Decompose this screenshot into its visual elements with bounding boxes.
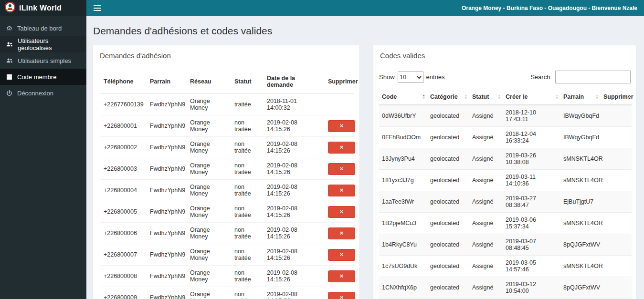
date-cell: 2019-02-08 14:15:26 <box>263 201 324 223</box>
sidebar-item-tableau-de-bord[interactable]: Tableau de bord <box>0 20 86 36</box>
sidebar-item-label: Déconnexion <box>17 90 53 97</box>
sidebar-item-label: Utilisateurs géolocalisés <box>18 37 80 52</box>
supprimer-cell: × <box>324 158 354 180</box>
creer-le-cell: 2019-03-12 10:54:00 <box>503 277 560 299</box>
x-icon: × <box>340 229 344 237</box>
code-row: 1B2pjeMCu3 geolocated Assigné 2019-03-06… <box>379 213 632 234</box>
search-control: Search: <box>530 71 631 83</box>
adhesions-col-reseau: Réseau <box>186 70 231 94</box>
categorie-cell: geolocated <box>427 213 469 234</box>
creer-le-cell: 2019-03-27 08:38:47 <box>503 191 560 213</box>
reseau-cell: Orange Money <box>186 244 231 266</box>
delete-adhesion-button[interactable]: × <box>328 163 355 175</box>
sort-icon <box>498 94 501 100</box>
sort-icon <box>465 94 467 100</box>
code-row: 0dW36UfbrY geolocated Assigné 2018-12-10… <box>379 105 632 127</box>
search-input[interactable] <box>555 71 631 83</box>
telephone-cell: +22677600139 <box>100 94 146 115</box>
adhesions-table-body: +22677600139 FwdhzYphN9 Orange Money tra… <box>100 94 354 299</box>
adhesion-row: +226800002 FwdhzYphN9 Orange Money non t… <box>100 137 354 158</box>
reseau-cell: Orange Money <box>186 201 231 223</box>
date-cell: 2019-02-08 14:15:26 <box>263 115 324 137</box>
supprimer-cell: × <box>324 244 354 266</box>
x-icon: × <box>340 186 344 194</box>
parrain-cell: FwdhzYphN9 <box>146 115 186 137</box>
x-icon: × <box>340 122 344 129</box>
delete-adhesion-button[interactable]: × <box>328 185 355 196</box>
statut-cell: non traitée <box>231 137 263 158</box>
sidebar-item-code-membre[interactable]: Code membre <box>0 69 86 85</box>
codes-col-code[interactable]: Code <box>379 89 427 105</box>
creer-le-cell: 2018-12-10 17:43:11 <box>503 105 560 127</box>
x-icon: × <box>340 144 344 151</box>
entries-label: entries <box>426 73 445 81</box>
codes-table: Code Catégorie Statut Créer le Parrain S… <box>379 89 632 299</box>
date-cell: 2019-02-08 14:15:26 <box>263 137 324 158</box>
sidebar-item-deconnexion[interactable]: Déconnexion <box>0 85 86 101</box>
adhesions-col-parrain: Parrain <box>146 70 186 94</box>
codes-col-parrain[interactable]: Parrain <box>560 89 601 105</box>
parrain-cell: FwdhzYphN9 <box>146 158 186 180</box>
parrain-cell: IBWqyGbqFd <box>560 127 601 148</box>
code-row: 181yxc3J7g geolocated Assigné 2019-03-11… <box>379 170 632 191</box>
page-title: Demandes d'adhésions et codes valides <box>93 25 638 37</box>
delete-adhesion-button[interactable]: × <box>328 292 355 299</box>
delete-adhesion-button[interactable]: × <box>328 142 355 154</box>
parrain-cell: sMNSKTL4OR <box>560 213 601 234</box>
sort-icon <box>596 94 599 100</box>
sidebar-item-utilisateurs-geolocalises[interactable]: Utilisateurs géolocalisés <box>0 36 86 52</box>
sidebar-item-label: Code membre <box>17 73 56 81</box>
statut-cell: non traitée <box>231 115 263 137</box>
page-length-control: Show 10 entries <box>379 72 445 83</box>
categorie-cell: geolocated <box>427 256 469 277</box>
code-cell: 0dW36UfbrY <box>379 105 427 127</box>
supprimer-cell <box>601 148 632 170</box>
reseau-cell: Orange Money <box>186 266 231 287</box>
code-row: 1b4RkyC8Yu geolocated Assigné 2019-03-07… <box>379 234 632 256</box>
statut-cell: Assigné <box>469 234 503 256</box>
app-logo[interactable]: iLink World <box>0 0 86 16</box>
codes-col-statut[interactable]: Statut <box>469 89 503 105</box>
categorie-cell: geolocated <box>427 148 469 170</box>
reseau-cell: Orange Money <box>186 287 231 299</box>
adhesions-panel-title: Demandes d'adhésion <box>93 45 359 66</box>
telephone-cell: +226800008 <box>100 266 146 287</box>
supprimer-cell <box>601 277 632 299</box>
adhesion-row: +226800001 FwdhzYphN9 Orange Money non t… <box>100 115 354 137</box>
menu-icon <box>94 5 101 6</box>
user-greeting: Orange Money - Burkina Faso - Ouagadougo… <box>462 0 644 16</box>
x-icon: × <box>340 294 344 299</box>
page-length-select[interactable]: 10 <box>398 72 423 83</box>
codes-table-body: 0dW36UfbrY geolocated Assigné 2018-12-10… <box>379 105 632 299</box>
parrain-cell: IBWqyGbqFd <box>560 105 601 127</box>
delete-adhesion-button[interactable]: × <box>328 227 355 239</box>
adhesions-col-supprimer: Supprimer <box>324 70 354 94</box>
code-cell: 1CNXhfqX6p <box>379 277 427 299</box>
statut-cell: Assigné <box>469 148 503 170</box>
statut-cell: Assigné <box>469 277 503 299</box>
creer-le-cell: 2019-03-07 08:48:45 <box>503 234 560 256</box>
date-cell: 2019-02-08 14:15:26 <box>263 266 324 287</box>
date-cell: 2019-02-08 14:15:26 <box>263 244 324 266</box>
reseau-cell: Orange Money <box>186 94 231 115</box>
codes-col-supprimer[interactable]: Supprimer <box>601 89 632 105</box>
parrain-cell: FwdhzYphN9 <box>146 137 186 158</box>
delete-adhesion-button[interactable]: × <box>328 249 355 261</box>
power-icon <box>6 90 12 96</box>
supprimer-cell <box>601 127 632 148</box>
codes-col-creer-le[interactable]: Créer le <box>503 89 560 105</box>
supprimer-cell <box>324 94 354 115</box>
codes-panel-title: Codes valides <box>373 45 636 66</box>
sidebar-item-utilisateurs-simples[interactable]: Utilisateurs simples <box>0 52 86 69</box>
creer-le-cell: 2019-03-05 14:57:46 <box>503 256 560 277</box>
delete-adhesion-button[interactable]: × <box>328 120 355 132</box>
delete-adhesion-button[interactable]: × <box>328 270 355 282</box>
code-cell: 13Jyny3Pu4 <box>379 148 427 170</box>
code-row: 0FFhBudOOm geolocated Assigné 2018-12-04… <box>379 127 632 148</box>
sidebar-toggle-button[interactable] <box>86 0 108 16</box>
codes-col-categorie[interactable]: Catégorie <box>427 89 469 105</box>
x-icon: × <box>340 165 344 172</box>
delete-adhesion-button[interactable]: × <box>328 206 355 218</box>
adhesions-col-date: Date de la demande <box>263 70 324 94</box>
telephone-cell: +226800007 <box>100 244 146 266</box>
